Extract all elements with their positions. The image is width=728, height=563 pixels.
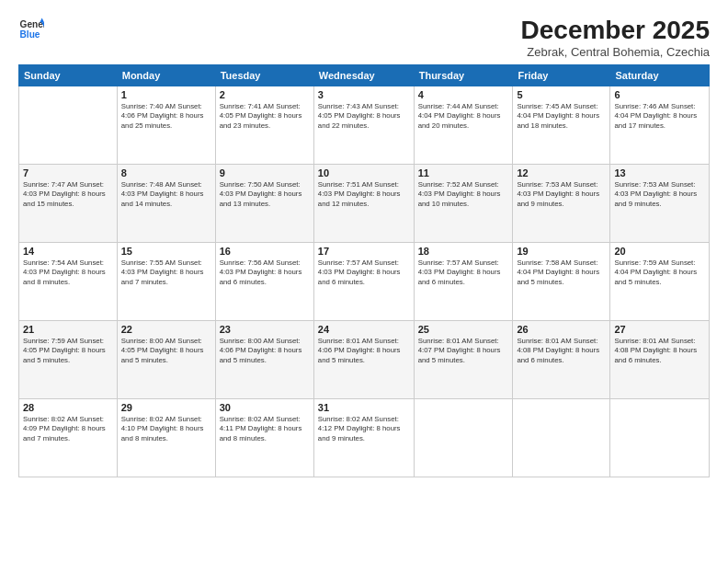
week-row-5: 28Sunrise: 8:02 AM Sunset: 4:09 PM Dayli… <box>19 398 710 477</box>
calendar-cell: 21Sunrise: 7:59 AM Sunset: 4:05 PM Dayli… <box>19 320 118 398</box>
day-number: 6 <box>614 89 705 100</box>
day-number: 24 <box>318 324 410 335</box>
day-number: 17 <box>318 246 410 257</box>
calendar-cell: 17Sunrise: 7:57 AM Sunset: 4:03 PM Dayli… <box>313 242 414 320</box>
day-number: 2 <box>220 89 310 100</box>
calendar-cell: 2Sunrise: 7:41 AM Sunset: 4:05 PM Daylig… <box>215 86 313 164</box>
day-number: 13 <box>614 167 705 178</box>
day-info: Sunrise: 8:02 AM Sunset: 4:11 PM Dayligh… <box>220 415 310 444</box>
calendar-cell: 30Sunrise: 8:02 AM Sunset: 4:11 PM Dayli… <box>215 398 313 477</box>
calendar-cell: 28Sunrise: 8:02 AM Sunset: 4:09 PM Dayli… <box>19 398 118 477</box>
day-info: Sunrise: 7:57 AM Sunset: 4:03 PM Dayligh… <box>418 259 509 288</box>
day-info: Sunrise: 7:50 AM Sunset: 4:03 PM Dayligh… <box>220 180 310 210</box>
day-info: Sunrise: 7:43 AM Sunset: 4:05 PM Dayligh… <box>318 102 410 132</box>
calendar-cell: 4Sunrise: 7:44 AM Sunset: 4:04 PM Daylig… <box>414 86 513 164</box>
calendar-cell: 3Sunrise: 7:43 AM Sunset: 4:05 PM Daylig… <box>313 86 414 164</box>
calendar-cell: 14Sunrise: 7:54 AM Sunset: 4:03 PM Dayli… <box>19 242 118 320</box>
day-info: Sunrise: 8:01 AM Sunset: 4:08 PM Dayligh… <box>614 337 705 366</box>
calendar-cell: 12Sunrise: 7:53 AM Sunset: 4:03 PM Dayli… <box>513 164 610 242</box>
day-info: Sunrise: 7:58 AM Sunset: 4:04 PM Dayligh… <box>517 259 606 288</box>
calendar-cell: 31Sunrise: 8:02 AM Sunset: 4:12 PM Dayli… <box>313 398 414 477</box>
calendar-cell: 7Sunrise: 7:47 AM Sunset: 4:03 PM Daylig… <box>19 164 118 242</box>
day-info: Sunrise: 8:02 AM Sunset: 4:09 PM Dayligh… <box>23 415 113 444</box>
calendar-cell: 18Sunrise: 7:57 AM Sunset: 4:03 PM Dayli… <box>414 242 513 320</box>
day-info: Sunrise: 7:40 AM Sunset: 4:06 PM Dayligh… <box>121 102 211 132</box>
day-info: Sunrise: 7:56 AM Sunset: 4:03 PM Dayligh… <box>220 259 310 288</box>
day-number: 10 <box>318 167 410 178</box>
calendar-cell <box>19 86 118 164</box>
svg-text:Blue: Blue <box>20 29 40 40</box>
day-number: 1 <box>121 89 211 100</box>
day-number: 14 <box>23 246 113 257</box>
day-info: Sunrise: 8:01 AM Sunset: 4:07 PM Dayligh… <box>418 337 509 366</box>
day-number: 8 <box>121 167 211 178</box>
day-number: 16 <box>220 246 310 257</box>
day-number: 9 <box>220 167 310 178</box>
page: General Blue December 2025 Zebrak, Centr… <box>0 0 728 563</box>
day-number: 31 <box>318 402 410 413</box>
week-row-1: 1Sunrise: 7:40 AM Sunset: 4:06 PM Daylig… <box>19 86 710 164</box>
week-row-4: 21Sunrise: 7:59 AM Sunset: 4:05 PM Dayli… <box>19 320 710 398</box>
location: Zebrak, Central Bohemia, Czechia <box>521 45 710 59</box>
day-info: Sunrise: 8:02 AM Sunset: 4:10 PM Dayligh… <box>121 415 211 444</box>
day-number: 15 <box>121 246 211 257</box>
calendar-cell: 8Sunrise: 7:48 AM Sunset: 4:03 PM Daylig… <box>117 164 215 242</box>
calendar-cell: 26Sunrise: 8:01 AM Sunset: 4:08 PM Dayli… <box>513 320 610 398</box>
day-number: 27 <box>614 324 705 335</box>
week-row-3: 14Sunrise: 7:54 AM Sunset: 4:03 PM Dayli… <box>19 242 710 320</box>
day-info: Sunrise: 7:53 AM Sunset: 4:03 PM Dayligh… <box>614 180 705 210</box>
calendar-cell: 5Sunrise: 7:45 AM Sunset: 4:04 PM Daylig… <box>513 86 610 164</box>
calendar-cell: 11Sunrise: 7:52 AM Sunset: 4:03 PM Dayli… <box>414 164 513 242</box>
calendar-cell: 25Sunrise: 8:01 AM Sunset: 4:07 PM Dayli… <box>414 320 513 398</box>
col-saturday: Saturday <box>610 64 710 86</box>
calendar-cell: 6Sunrise: 7:46 AM Sunset: 4:04 PM Daylig… <box>610 86 710 164</box>
calendar-cell: 19Sunrise: 7:58 AM Sunset: 4:04 PM Dayli… <box>513 242 610 320</box>
day-number: 4 <box>418 89 509 100</box>
day-number: 11 <box>418 167 509 178</box>
calendar-cell <box>513 398 610 477</box>
day-info: Sunrise: 7:48 AM Sunset: 4:03 PM Dayligh… <box>121 180 211 210</box>
day-number: 20 <box>614 246 705 257</box>
day-number: 23 <box>220 324 310 335</box>
day-info: Sunrise: 7:47 AM Sunset: 4:03 PM Dayligh… <box>23 180 113 210</box>
day-info: Sunrise: 7:52 AM Sunset: 4:03 PM Dayligh… <box>418 180 509 210</box>
day-info: Sunrise: 7:54 AM Sunset: 4:03 PM Dayligh… <box>23 259 113 288</box>
day-number: 22 <box>121 324 211 335</box>
col-thursday: Thursday <box>414 64 513 86</box>
col-sunday: Sunday <box>19 64 118 86</box>
header: General Blue December 2025 Zebrak, Centr… <box>18 17 710 59</box>
calendar-cell: 9Sunrise: 7:50 AM Sunset: 4:03 PM Daylig… <box>215 164 313 242</box>
day-number: 30 <box>220 402 310 413</box>
calendar-cell <box>610 398 710 477</box>
day-info: Sunrise: 8:01 AM Sunset: 4:08 PM Dayligh… <box>517 337 606 366</box>
day-number: 12 <box>517 167 606 178</box>
calendar-cell: 24Sunrise: 8:01 AM Sunset: 4:06 PM Dayli… <box>313 320 414 398</box>
calendar-cell: 20Sunrise: 7:59 AM Sunset: 4:04 PM Dayli… <box>610 242 710 320</box>
day-info: Sunrise: 7:59 AM Sunset: 4:05 PM Dayligh… <box>23 337 113 366</box>
day-info: Sunrise: 8:01 AM Sunset: 4:06 PM Dayligh… <box>318 337 410 366</box>
day-number: 26 <box>517 324 606 335</box>
week-row-2: 7Sunrise: 7:47 AM Sunset: 4:03 PM Daylig… <box>19 164 710 242</box>
col-wednesday: Wednesday <box>313 64 414 86</box>
calendar-cell: 13Sunrise: 7:53 AM Sunset: 4:03 PM Dayli… <box>610 164 710 242</box>
month-title: December 2025 <box>521 17 710 45</box>
calendar-cell: 22Sunrise: 8:00 AM Sunset: 4:05 PM Dayli… <box>117 320 215 398</box>
day-info: Sunrise: 8:00 AM Sunset: 4:05 PM Dayligh… <box>121 337 211 366</box>
col-friday: Friday <box>513 64 610 86</box>
logo-icon: General Blue <box>18 17 44 42</box>
day-number: 29 <box>121 402 211 413</box>
day-number: 5 <box>517 89 606 100</box>
calendar-header-row: Sunday Monday Tuesday Wednesday Thursday… <box>19 64 710 86</box>
calendar: Sunday Monday Tuesday Wednesday Thursday… <box>18 64 710 477</box>
day-info: Sunrise: 7:55 AM Sunset: 4:03 PM Dayligh… <box>121 259 211 288</box>
day-info: Sunrise: 8:02 AM Sunset: 4:12 PM Dayligh… <box>318 415 410 444</box>
day-number: 19 <box>517 246 606 257</box>
day-info: Sunrise: 7:45 AM Sunset: 4:04 PM Dayligh… <box>517 102 606 132</box>
day-number: 7 <box>23 167 113 178</box>
calendar-cell: 29Sunrise: 8:02 AM Sunset: 4:10 PM Dayli… <box>117 398 215 477</box>
calendar-cell: 10Sunrise: 7:51 AM Sunset: 4:03 PM Dayli… <box>313 164 414 242</box>
col-tuesday: Tuesday <box>215 64 313 86</box>
title-block: December 2025 Zebrak, Central Bohemia, C… <box>521 17 710 59</box>
day-info: Sunrise: 7:57 AM Sunset: 4:03 PM Dayligh… <box>318 259 410 288</box>
day-info: Sunrise: 7:53 AM Sunset: 4:03 PM Dayligh… <box>517 180 606 210</box>
